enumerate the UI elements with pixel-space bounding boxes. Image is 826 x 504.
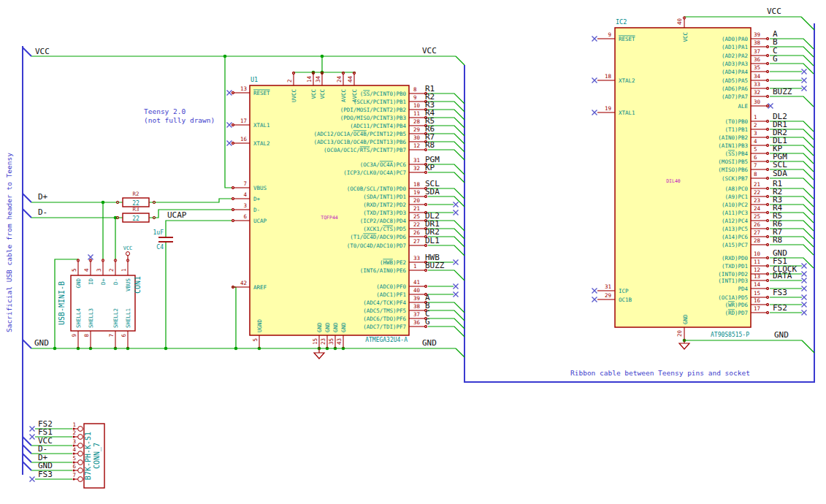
- wire: [428, 327, 464, 337]
- no-connect-x-icon: [227, 141, 232, 146]
- conn1-pin-num: 1: [121, 268, 127, 272]
- u1-pin-num: 35: [328, 338, 334, 345]
- u1-pin-name: VCC: [310, 89, 317, 99]
- u1-ref: U1: [251, 76, 258, 83]
- ic2-pin-num: 31: [605, 283, 611, 290]
- u1-pin-name: (SS/PCINT0)PB0: [360, 91, 407, 97]
- ic2-pin-name: (MISO)PB6: [718, 167, 748, 173]
- ic2-pin-name: (A15)PC7: [722, 242, 748, 248]
- no-connect-x-icon: [454, 260, 459, 265]
- ic2-pin-num: 33: [754, 81, 760, 88]
- ic2-pin-num: 13: [754, 273, 760, 280]
- vcc-left-label: VCC: [35, 47, 50, 56]
- u1-pin-num: 23: [320, 338, 326, 345]
- u1-pin-name: AVCC: [340, 89, 347, 102]
- ic2-pin-num: 15: [754, 290, 760, 297]
- u1-pin-name: GND: [316, 322, 323, 332]
- ic2-pin-name: (RXD)PD0: [722, 255, 749, 261]
- net-label-G: G: [425, 317, 430, 327]
- conn1-pin-num: 4: [83, 268, 90, 272]
- d-plus-label: D+: [38, 192, 48, 202]
- conn1-pin-name: SHELL3: [88, 308, 94, 328]
- no-connect-x-icon: [802, 264, 807, 269]
- u1-pin-num: 6: [243, 213, 247, 220]
- u1-pin-name: UCAP: [253, 218, 267, 224]
- u1-pin-name: (T0/OC4D/ADC10)PD7: [347, 243, 406, 249]
- schematic-sheet: Teensy 2.0(not fully drawn)Ribbon cable …: [0, 0, 826, 504]
- ic2-pin-name: XTAL1: [619, 110, 635, 116]
- gnd-ic2-label: GND: [774, 330, 789, 340]
- conn1-pin-name: SHELL1: [125, 308, 131, 328]
- u1-pin-name: (ADC7/TDI)PF7: [363, 324, 406, 330]
- net-label-BUZZ: BUZZ: [425, 261, 445, 270]
- u1-pin-name: RESET: [253, 90, 270, 96]
- u1-pin-num: 13: [240, 85, 247, 92]
- wire: [225, 56, 232, 188]
- ic2-pin-name: (OC1A)PD5: [718, 294, 748, 301]
- ic2-pin-num: 23: [754, 197, 760, 204]
- u1-pin-num: 24: [336, 75, 343, 83]
- u1-pin-name: (TXD/INT3)PD3: [363, 210, 406, 216]
- ic2-pin-num: 34: [754, 73, 761, 80]
- ic2-pin-name: PD4: [738, 286, 748, 292]
- c4-value: 1uF: [153, 229, 164, 236]
- u1-pin-name: AVCC: [351, 89, 358, 102]
- gnd-u1-label: GND: [422, 338, 437, 348]
- u1-pin-num: 20: [413, 197, 421, 204]
- ic2-pin-name: (TXD)PD1: [722, 263, 748, 270]
- conn1-pin-name: SHELL4: [75, 308, 82, 328]
- conn1-pin-num: 7: [108, 334, 115, 337]
- ic2-pin-name: (A8)PC0: [724, 186, 748, 192]
- u1-pin-name: (OC0A/OC1C/RTS/PCINT7)PB7: [324, 147, 406, 153]
- no-connect-x-icon: [802, 86, 807, 91]
- wire: [428, 196, 464, 207]
- ic2-pin-num: 8: [754, 171, 757, 177]
- ic2-value: AT90S8515-P: [711, 332, 749, 338]
- ic2-pin-name: (INT1)PD3: [718, 278, 748, 284]
- u1-pin-name: (ADC4/TCK)PF4: [363, 299, 406, 306]
- u1-pin-name: UGND: [256, 318, 263, 332]
- vcc-u1-label: VCC: [422, 46, 437, 56]
- ic2-pin-name: (AD6)PA6: [722, 85, 749, 92]
- conn7-pin-num: 7: [72, 472, 76, 478]
- no-connect-x-icon: [592, 297, 597, 302]
- no-connect-x-icon: [802, 295, 807, 300]
- u1-pin-num: 11: [413, 110, 420, 117]
- junction-dot: [164, 347, 168, 351]
- ic2-pin-num: 4: [754, 138, 757, 145]
- vcc-symbol-label: VCC: [123, 245, 133, 251]
- conn7-pin-num: 5: [72, 455, 76, 462]
- u1-pin-num: 27: [413, 238, 420, 245]
- u1-pin-num: 25: [413, 213, 420, 220]
- wire: [428, 310, 464, 321]
- r2-ref: R2: [132, 191, 139, 197]
- wire: [456, 348, 464, 357]
- usb-cable-line: [23, 454, 31, 462]
- ic2-pin-name: (AD1)PA1: [722, 44, 748, 50]
- usb-cable-line: [23, 194, 31, 202]
- u1-pin-name: (INT6/AIN0)PE6: [360, 267, 407, 274]
- u1-pin-num: 42: [240, 280, 247, 286]
- u1-pin-num: 26: [413, 229, 421, 236]
- u1-pin-name: (ADC5/TMS)PF5: [363, 308, 406, 314]
- wire: [428, 318, 464, 329]
- ground-symbol-icon: [314, 353, 324, 359]
- conn7-pin-circle: [78, 427, 83, 432]
- ic2-pin-name: (A12)PC4: [722, 218, 749, 224]
- conn1-pin-num: 5: [71, 268, 77, 272]
- net-label-FS3: FS3: [38, 470, 53, 479]
- vcc-symbol-icon: [126, 252, 129, 256]
- conn7-pin-circle: [78, 443, 83, 448]
- ic2-pin-num: 9: [608, 31, 611, 38]
- u1-pin-num: 7: [243, 180, 247, 187]
- u1-pin-name: (ADC13/OC1B/OC4B/PCINT13)PB6: [314, 139, 407, 145]
- conn7-pin-circle: [78, 435, 83, 440]
- u1-pin-name: (XCK1/CTS)PD5: [363, 226, 406, 232]
- usb-cable-line: [23, 445, 31, 454]
- no-connect-x-icon: [802, 78, 807, 83]
- conn1-pin-name: GND: [75, 278, 82, 289]
- u1-pin-num: 38: [413, 303, 421, 310]
- wire: [149, 210, 232, 218]
- teensy-note: (not fully drawn): [144, 116, 215, 124]
- ic2-pin-num: 22: [754, 189, 760, 196]
